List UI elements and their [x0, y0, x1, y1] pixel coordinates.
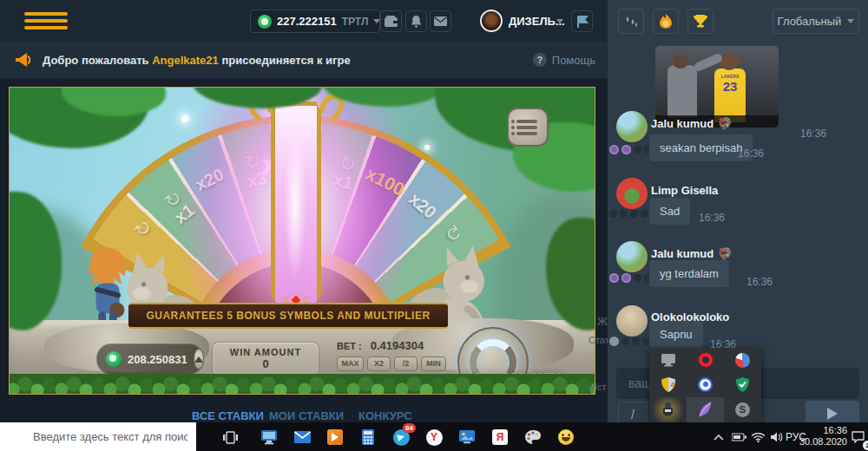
taskbar-telegram-icon[interactable]: 84	[390, 426, 412, 448]
wallet-icon	[385, 16, 398, 27]
bet-max-button[interactable]: MAX	[337, 356, 364, 371]
tab-contest[interactable]: КОНКУРС	[358, 409, 412, 422]
bet-double-button[interactable]: X2	[367, 356, 391, 371]
author-name: Jalu kumud	[651, 117, 713, 130]
clipped-label: Стат	[589, 335, 609, 345]
trtl-coin-icon	[258, 15, 272, 29]
tray-antivirus-icon[interactable]	[724, 372, 761, 396]
help-button[interactable]: ? Помощь	[533, 53, 595, 67]
clipped-label: Ж	[597, 315, 608, 328]
sparkle	[424, 145, 430, 150]
avatar[interactable]	[616, 178, 648, 209]
game-balance-panel: 208.250831	[96, 343, 204, 375]
send-icon	[827, 408, 838, 420]
chat-bubble: yg terdalam	[649, 260, 729, 287]
task-view-button[interactable]	[219, 426, 241, 448]
action-center-badge: 2	[863, 441, 868, 450]
tray-opera-icon[interactable]	[687, 348, 724, 372]
hot-button[interactable]	[653, 9, 679, 34]
feedback-button[interactable]	[571, 10, 593, 32]
turkey-emoji: 🦃	[718, 247, 732, 260]
notifications-button[interactable]	[405, 10, 427, 32]
bet-min-button[interactable]: MIN	[421, 356, 446, 371]
taskbar-photos-icon[interactable]	[456, 426, 478, 448]
taskbar-yandex-browser-icon[interactable]: Y	[423, 426, 445, 448]
taskbar-mail-icon[interactable]	[291, 426, 313, 448]
telegram-unread-badge: 84	[403, 423, 416, 433]
bell-icon	[411, 16, 422, 28]
taskbar-yandex-icon[interactable]: Я	[489, 426, 511, 448]
taskbar-search-input[interactable]	[0, 422, 196, 451]
tab-my-bets[interactable]: МОИ СТАВКИ	[269, 409, 344, 422]
taskbar-paint-icon[interactable]	[522, 426, 544, 448]
flag-icon	[576, 16, 589, 28]
game-balance: 208.250831	[128, 353, 187, 366]
tray-display-icon[interactable]	[649, 348, 687, 372]
tray-pie-app-icon[interactable]	[724, 348, 761, 372]
tray-device-icon[interactable]	[649, 397, 687, 422]
help-label: Помощь	[552, 54, 595, 67]
game-coin-icon	[106, 351, 122, 367]
flame-icon	[660, 14, 672, 29]
avatar[interactable]	[616, 241, 648, 272]
photo-player-head	[720, 53, 739, 70]
jersey-number: 23	[714, 79, 746, 94]
chat-bubble: Sapnu	[649, 321, 703, 348]
message-author: Limp Gisella	[651, 182, 718, 198]
mail-icon	[434, 16, 447, 26]
user-menu-chevron-icon[interactable]	[556, 19, 563, 23]
taskbar-emoji-app-icon[interactable]	[555, 426, 577, 448]
taskbar-computer-icon[interactable]	[258, 426, 280, 448]
rain-button[interactable]	[618, 9, 644, 34]
bonus-banner: GUARANTEES 5 BONUS SYMBOLS AND MULTIPLIE…	[128, 303, 448, 329]
bet-value: 0.4194304	[371, 339, 424, 352]
action-center-button[interactable]: 2	[847, 426, 868, 448]
hidden-icons-popup: S	[649, 348, 761, 422]
tab-all-bets[interactable]: ВСЕ СТАВКИ	[192, 409, 264, 422]
clipped-label: Ист	[590, 382, 606, 392]
menu-list-icon	[516, 120, 537, 123]
header-balance: 227.222151	[277, 15, 337, 28]
balance-selector[interactable]: 227.222151 ТРТЛ	[250, 10, 380, 33]
win-amount-panel: WIN AMOUNT 0	[212, 342, 319, 376]
question-icon: ?	[533, 53, 547, 67]
tray-skype-icon[interactable]: S	[724, 397, 761, 422]
clock-time: 16:36	[799, 425, 847, 436]
taskbar-movies-icon[interactable]	[324, 426, 346, 448]
app-root: 227.222151 ТРТЛ ДИЗЕЛЬ... Добро пожалова…	[0, 0, 868, 451]
chat-channel-selector[interactable]: Глобальный	[773, 9, 859, 34]
tray-feather-app-icon[interactable]	[687, 397, 724, 422]
message-time: 16:36	[746, 276, 773, 288]
message-time: 16:36	[699, 212, 725, 224]
megaphone-icon	[16, 53, 31, 67]
wallet-button[interactable]	[380, 10, 402, 32]
clock-date: 30.08.2020	[799, 436, 847, 448]
bet-half-button[interactable]: /2	[394, 356, 418, 371]
announcement-username: Angelkate21	[152, 54, 219, 67]
avatar[interactable]	[616, 111, 648, 142]
taskbar-clock[interactable]: 16:36 30.08.2020	[799, 425, 847, 448]
tray-defender-icon[interactable]	[649, 372, 687, 396]
chat-bubble: Sad	[649, 198, 690, 225]
balance-expand-button[interactable]	[194, 349, 204, 369]
contest-button[interactable]	[687, 9, 713, 34]
messages-button[interactable]	[430, 10, 451, 32]
hamburger-menu-icon[interactable]	[24, 12, 68, 29]
turkey-emoji: 🦃	[718, 117, 732, 130]
message-time: 16:36	[800, 127, 826, 140]
photo-jersey: LAKERS 23	[714, 69, 746, 122]
photo-figure	[667, 65, 697, 117]
game-menu-button[interactable]	[507, 108, 549, 147]
tray-update-icon[interactable]	[687, 372, 724, 396]
user-avatar[interactable]	[480, 10, 503, 32]
win-amount-label: WIN AMOUNT	[213, 347, 319, 357]
avatar[interactable]	[616, 305, 648, 337]
announcement-bar: Добро пожаловать Angelkate21 присоединяе…	[0, 42, 608, 78]
message-author: Jalu kumud 🦃	[651, 245, 732, 261]
currency-code: ТРТЛ	[342, 16, 369, 28]
bonus-banner-text: GUARANTEES 5 BONUS SYMBOLS AND MULTIPLIE…	[146, 310, 430, 322]
announcement-prefix: Добро пожаловать	[43, 54, 149, 67]
announcement-suffix: присоединяется к игре	[221, 54, 350, 67]
taskbar-calculator-icon[interactable]	[357, 426, 379, 448]
chat-channel-label: Глобальный	[778, 15, 842, 28]
